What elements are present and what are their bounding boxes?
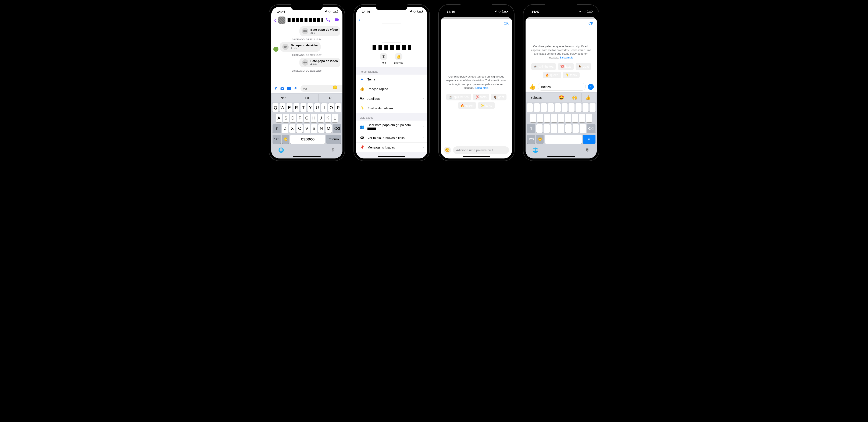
- audio-call-button[interactable]: [326, 17, 331, 23]
- row-pinned[interactable]: 📌 Mensagens fixadas ›: [356, 142, 427, 152]
- key[interactable]: M: [326, 124, 332, 133]
- key[interactable]: R: [293, 103, 300, 112]
- profile-action-profile[interactable]: ⓕ Perfil: [380, 53, 388, 64]
- learn-more-link[interactable]: Saiba mais: [559, 56, 573, 59]
- key[interactable]: B: [311, 124, 317, 133]
- chip[interactable]: 🐐goat: [576, 63, 591, 70]
- key[interactable]: U: [314, 103, 320, 112]
- key[interactable]: l: [586, 114, 592, 123]
- key[interactable]: m: [580, 124, 586, 133]
- key[interactable]: C: [297, 124, 303, 133]
- key[interactable]: E: [286, 103, 292, 112]
- emoji-key[interactable]: 😀: [536, 135, 544, 143]
- key[interactable]: H: [311, 114, 317, 123]
- key[interactable]: N: [318, 124, 324, 133]
- key[interactable]: g: [558, 114, 564, 123]
- settings-list[interactable]: Personalização ● Tema 👍 Reação rápida Aa…: [356, 67, 427, 159]
- emoji-picker-button[interactable]: 😀: [444, 147, 451, 154]
- suggestion[interactable]: Não: [272, 94, 295, 102]
- key[interactable]: S: [283, 114, 289, 123]
- back-button[interactable]: ‹: [359, 16, 361, 23]
- chip[interactable]: 💯facts: [558, 63, 574, 70]
- shift-key[interactable]: ⇧: [527, 124, 535, 133]
- key[interactable]: d: [544, 114, 550, 123]
- chip[interactable]: ✨fancy: [478, 102, 495, 109]
- ok-button[interactable]: OK: [588, 22, 593, 25]
- key[interactable]: V: [304, 124, 310, 133]
- row-theme[interactable]: ● Tema: [356, 74, 427, 84]
- key[interactable]: b: [565, 124, 571, 133]
- chip[interactable]: ☕spill the tea: [446, 94, 471, 100]
- chip[interactable]: 🔥queen: [458, 102, 476, 109]
- key[interactable]: L: [332, 114, 338, 123]
- space-key[interactable]: espaço: [290, 135, 325, 143]
- profile-picture[interactable]: [382, 24, 401, 42]
- chip[interactable]: 🐐goat: [491, 94, 506, 100]
- key[interactable]: z: [536, 124, 542, 133]
- key[interactable]: y: [562, 103, 568, 112]
- key[interactable]: J: [318, 114, 324, 123]
- go-key[interactable]: ir: [583, 135, 595, 143]
- suggestion[interactable]: Belezas: [528, 94, 544, 101]
- home-indicator[interactable]: [293, 156, 321, 157]
- globe-key[interactable]: 🌐: [532, 148, 538, 153]
- word-input[interactable]: [453, 147, 509, 154]
- key[interactable]: k: [579, 114, 585, 123]
- camera-icon[interactable]: [280, 86, 284, 91]
- emoji-key[interactable]: 😀: [282, 135, 289, 143]
- key[interactable]: r: [548, 103, 554, 112]
- row-create-group[interactable]: 👥 Criar bate-papo em grupo com ›: [356, 121, 427, 133]
- contact-avatar[interactable]: [278, 17, 285, 24]
- row-quick-reaction[interactable]: 👍 Reação rápida: [356, 84, 427, 94]
- key[interactable]: f: [551, 114, 557, 123]
- key[interactable]: h: [565, 114, 571, 123]
- key[interactable]: o: [583, 103, 588, 112]
- ok-button[interactable]: OK: [504, 22, 508, 25]
- location-icon[interactable]: [273, 86, 278, 91]
- key[interactable]: G: [304, 114, 310, 123]
- space-key[interactable]: espaço: [545, 135, 582, 143]
- key[interactable]: P: [335, 103, 341, 112]
- home-indicator[interactable]: [547, 156, 575, 157]
- key[interactable]: i: [576, 103, 582, 112]
- row-word-effects[interactable]: ✨ Efeitos de palavra: [356, 103, 427, 113]
- submit-button[interactable]: ↑: [588, 84, 594, 90]
- dictation-key[interactable]: 🎙: [585, 148, 590, 153]
- contact-name[interactable]: [287, 18, 323, 22]
- key[interactable]: j: [572, 114, 578, 123]
- key[interactable]: K: [325, 114, 331, 123]
- key[interactable]: F: [297, 114, 303, 123]
- suggestion[interactable]: Eu: [295, 94, 318, 102]
- key[interactable]: x: [544, 124, 550, 133]
- emoji-picker-button[interactable]: 🙂: [333, 85, 337, 90]
- row-nicknames[interactable]: Aa Apelidos ›: [356, 94, 427, 103]
- key[interactable]: e: [541, 103, 547, 112]
- globe-key[interactable]: 🌐: [278, 148, 284, 153]
- chip[interactable]: ☕spill the tea: [531, 63, 556, 70]
- key[interactable]: t: [555, 103, 561, 112]
- word-input[interactable]: [538, 83, 586, 91]
- key[interactable]: Q: [273, 103, 278, 112]
- numbers-key[interactable]: 123: [527, 135, 535, 143]
- dictation-key[interactable]: 🎙: [331, 148, 336, 153]
- key[interactable]: s: [537, 114, 543, 123]
- key[interactable]: A: [276, 114, 282, 123]
- delete-key[interactable]: ⌫: [333, 124, 341, 133]
- suggestion[interactable]: O: [319, 94, 342, 102]
- chip[interactable]: ✨fancy: [563, 72, 580, 78]
- suggestion-emoji[interactable]: 🙌: [568, 93, 581, 102]
- home-indicator[interactable]: [378, 156, 405, 157]
- profile-action-mute[interactable]: 🔔 Silenciar: [394, 53, 403, 64]
- key[interactable]: v: [558, 124, 564, 133]
- key[interactable]: u: [568, 103, 575, 112]
- numbers-key[interactable]: 123: [273, 135, 281, 143]
- key[interactable]: p: [590, 103, 595, 112]
- selected-emoji-button[interactable]: 👍: [528, 83, 536, 91]
- suggestion-emoji[interactable]: 👍: [582, 93, 594, 102]
- chip[interactable]: 🔥queen: [543, 72, 561, 78]
- message-incoming[interactable]: Bate-papo de vídeo 7 min: [273, 42, 340, 52]
- suggestion-emoji[interactable]: 🤩: [555, 93, 568, 102]
- key[interactable]: w: [534, 103, 540, 112]
- gallery-icon[interactable]: [287, 86, 291, 91]
- message-list[interactable]: Bate-papo de vídeo 31 s 20 DE AGO. DE 20…: [271, 25, 342, 84]
